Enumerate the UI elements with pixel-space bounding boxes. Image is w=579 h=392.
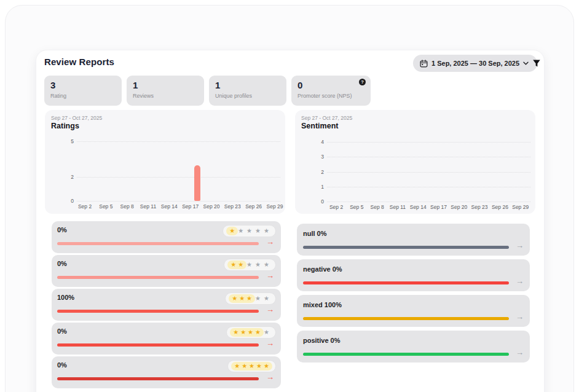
arrow-right-icon[interactable]: → — [266, 339, 274, 347]
star-icon: ★ — [230, 262, 236, 268]
x-axis-tick: Sep 5 — [350, 204, 363, 210]
stat-value: 1 — [133, 79, 198, 91]
sentiment-row-negative[interactable]: negative 0%→ — [297, 259, 530, 291]
star-icon: ★ — [246, 296, 252, 302]
stat-label: Reviews — [133, 93, 198, 99]
x-axis-tick: Sep 17 — [182, 203, 199, 210]
rating-percent-label: 100% — [57, 294, 74, 301]
sentiment-progress-bar — [303, 281, 509, 284]
filled-stars-group: ★★★★★ — [231, 362, 272, 370]
x-axis-tick: Sep 23 — [471, 204, 488, 210]
arrow-right-icon[interactable]: → — [516, 313, 524, 321]
x-axis-tick: Sep 29 — [512, 204, 529, 210]
star-icon: ★ — [264, 227, 272, 235]
star-icon: ★ — [264, 261, 272, 269]
rating-row-1-star[interactable]: 0%★★★★★→ — [52, 221, 281, 253]
rating-row-5-star[interactable]: 0%★★★★★→ — [52, 356, 281, 388]
sentiment-chart-panel: Sep 27 - Oct 27, 2025 Sentiment 01234Sep… — [295, 110, 535, 214]
x-axis-tick: Sep 20 — [203, 203, 219, 210]
sentiment-progress-bar — [303, 317, 509, 320]
chevron-down-icon — [523, 61, 529, 65]
help-icon[interactable]: ? — [359, 79, 366, 85]
star-icon: ★ — [240, 329, 246, 335]
review-reports-card: Review Reports 1 Sep, 2025 — 30 Sep, 202… — [36, 50, 545, 392]
star-icon: ★ — [256, 363, 262, 369]
star-rating-pill: ★★★★★ — [223, 225, 276, 237]
y-axis-tick: 5 — [55, 138, 74, 144]
gridline — [77, 177, 280, 178]
gridline — [327, 142, 530, 143]
x-axis-tick: Sep 2 — [329, 204, 343, 210]
arrow-right-icon[interactable]: → — [516, 277, 524, 285]
star-icon: ★ — [255, 294, 264, 303]
star-rating-pill: ★★★★★ — [225, 292, 276, 305]
chart-bar-sep-18[interactable] — [194, 165, 200, 201]
stat-card-reviews[interactable]: 1 Reviews — [127, 76, 204, 106]
x-axis-tick: Sep 5 — [99, 203, 112, 210]
page-title: Review Reports — [44, 57, 114, 67]
gridline — [77, 141, 280, 142]
star-rating-pill: ★★★★★ — [224, 259, 276, 271]
chart-date-range: Sep 27 - Oct 27, 2025 — [51, 115, 102, 121]
star-icon: ★ — [248, 329, 253, 335]
x-axis-tick: Sep 26 — [492, 204, 508, 210]
stat-value: 1 — [215, 79, 280, 91]
star-icon: ★ — [264, 328, 272, 337]
filled-stars-group: ★ — [226, 227, 238, 235]
date-range-label: 1 Sep, 2025 — 30 Sep, 2025 — [431, 60, 519, 67]
sentiment-row-positive[interactable]: positive 0%→ — [297, 331, 530, 363]
stat-card-unique-profiles[interactable]: 1 Unique profiles — [209, 76, 286, 106]
stats-row: 3 Rating 1 Reviews 1 Unique profiles 0 P… — [44, 76, 371, 106]
x-axis-tick: Sep 17 — [430, 204, 447, 210]
star-icon: ★ — [233, 329, 238, 335]
gridline — [327, 187, 530, 187]
date-range-picker[interactable]: 1 Sep, 2025 — 30 Sep, 2025 — [413, 55, 537, 72]
sentiment-label: negative 0% — [303, 265, 342, 273]
star-icon: ★ — [234, 363, 240, 369]
rating-row-2-star[interactable]: 0%★★★★★→ — [52, 255, 281, 287]
sentiment-progress-bar — [303, 246, 509, 249]
star-icon: ★ — [246, 227, 255, 235]
x-axis-tick: Sep 11 — [140, 203, 156, 210]
star-icon: ★ — [242, 363, 247, 369]
y-axis-tick: 2 — [55, 174, 74, 180]
star-rating-pill: ★★★★★ — [227, 360, 276, 372]
stat-card-rating[interactable]: 3 Rating — [44, 76, 122, 106]
arrow-right-icon[interactable]: → — [266, 373, 274, 381]
stat-label: Unique profiles — [215, 93, 280, 99]
x-axis-tick: Sep 14 — [410, 204, 427, 210]
rating-progress-bar — [57, 343, 259, 347]
arrow-right-icon[interactable]: → — [266, 272, 274, 280]
gridline — [327, 202, 530, 202]
rating-row-4-star[interactable]: 0%★★★★★→ — [52, 323, 281, 355]
arrow-right-icon[interactable]: → — [266, 238, 274, 246]
sentiment-row-mixed[interactable]: mixed 100%→ — [297, 295, 530, 327]
gridline — [77, 201, 280, 202]
x-axis-tick: Sep 2 — [78, 203, 92, 210]
x-axis-tick: Sep 14 — [161, 203, 178, 210]
x-axis-tick: Sep 8 — [370, 204, 384, 210]
sentiment-row-null[interactable]: null 0%→ — [297, 224, 530, 256]
ratings-chart-panel: Sep 27 - Oct 27, 2025 Ratings 025Sep 2Se… — [45, 110, 285, 214]
stat-label: Promoter score (NPS) — [297, 93, 364, 99]
x-axis-tick: Sep 23 — [224, 203, 241, 210]
filter-funnel-icon[interactable] — [532, 59, 541, 68]
stat-label: Rating — [50, 93, 116, 99]
rating-progress-bar — [57, 242, 259, 245]
x-axis-tick: Sep 11 — [390, 204, 406, 210]
arrow-right-icon[interactable]: → — [266, 305, 274, 313]
gridline — [327, 157, 530, 157]
star-icon: ★ — [249, 363, 254, 369]
stat-value: 3 — [50, 79, 116, 91]
y-axis-tick: 3 — [305, 154, 324, 160]
star-icon: ★ — [255, 261, 264, 269]
stat-card-nps[interactable]: 0 Promoter score (NPS) ? — [291, 76, 371, 106]
star-icon: ★ — [255, 227, 264, 235]
star-icon: ★ — [264, 294, 272, 303]
arrow-right-icon[interactable]: → — [516, 348, 524, 356]
sentiment-label: null 0% — [303, 230, 327, 237]
arrow-right-icon[interactable]: → — [516, 241, 524, 249]
x-axis-tick: Sep 26 — [245, 203, 262, 210]
rating-row-3-star[interactable]: 100%★★★★★→ — [52, 289, 281, 321]
star-icon: ★ — [238, 227, 246, 235]
